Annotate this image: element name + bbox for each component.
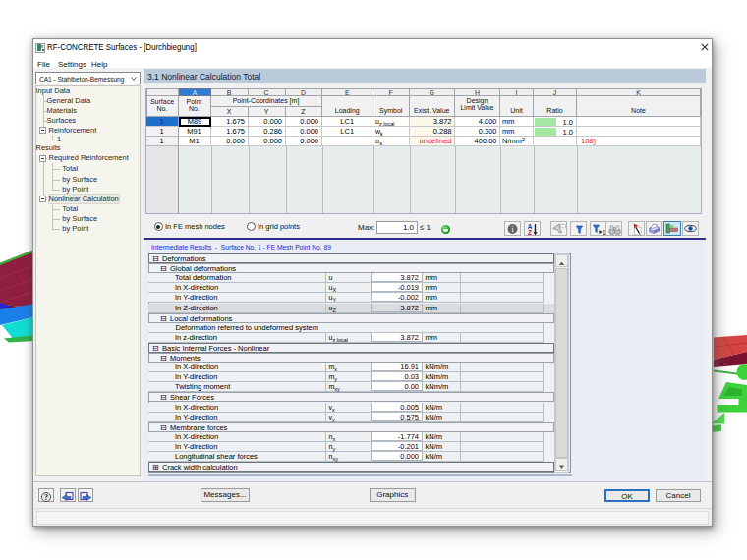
svg-text:?: ? xyxy=(44,493,48,502)
svg-text:Z: Z xyxy=(528,229,532,236)
